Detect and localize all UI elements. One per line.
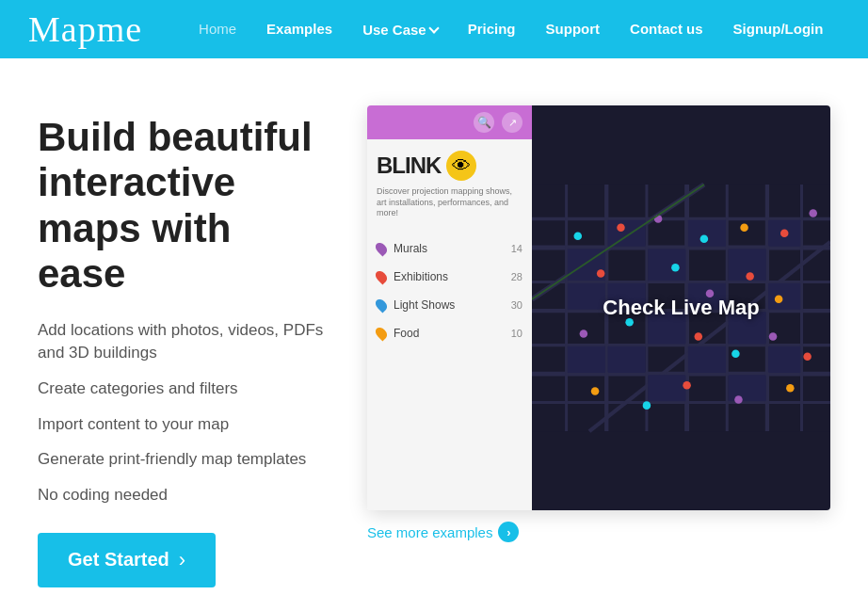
nav-links: Home Examples Use Case Pricing Support C… xyxy=(199,21,823,38)
get-started-button[interactable]: Get Started › xyxy=(38,533,216,587)
pin-icon-food xyxy=(374,326,390,342)
svg-rect-18 xyxy=(607,220,645,247)
check-live-map-overlay[interactable]: Check Live Map xyxy=(603,296,759,320)
nav-link-examples[interactable]: Examples xyxy=(266,21,332,37)
blink-logo-area: BLINK 👁 xyxy=(367,139,532,186)
nav-link-home[interactable]: Home xyxy=(199,21,236,37)
search-icon[interactable]: 🔍 xyxy=(474,112,494,133)
svg-point-42 xyxy=(597,269,605,278)
cat-count-murals: 14 xyxy=(511,243,522,254)
arrow-icon: › xyxy=(179,548,185,572)
nav-link-use-case[interactable]: Use Case xyxy=(362,22,438,38)
nav-item-home[interactable]: Home xyxy=(199,21,236,38)
site-logo[interactable]: Mapme xyxy=(28,8,142,50)
category-exhibitions: Exhibitions 28 xyxy=(367,263,532,291)
svg-point-41 xyxy=(809,209,817,217)
nav-item-contact[interactable]: Contact us xyxy=(630,21,703,38)
svg-rect-29 xyxy=(568,346,605,373)
svg-rect-34 xyxy=(768,346,800,373)
feature-5: No coding needed xyxy=(38,484,330,506)
svg-rect-28 xyxy=(768,283,800,310)
hero-left-panel: Build beautiful interactive maps with ea… xyxy=(38,105,330,587)
svg-point-47 xyxy=(580,330,588,338)
cat-count-food: 10 xyxy=(511,328,522,339)
chevron-down-icon xyxy=(428,23,439,33)
category-food: Food 10 xyxy=(367,319,532,347)
cat-label-exhibitions: Exhibitions xyxy=(394,270,504,283)
svg-point-40 xyxy=(780,229,789,237)
cat-count-exhibitions: 28 xyxy=(511,271,522,282)
category-light-shows: Light Shows 30 xyxy=(367,291,532,319)
cat-count-light-shows: 30 xyxy=(511,299,522,311)
feature-4: Generate print-friendly map templates xyxy=(38,448,330,471)
hero-headline: Build beautiful interactive maps with ea… xyxy=(38,115,330,297)
svg-rect-23 xyxy=(568,283,605,310)
nav-link-pricing[interactable]: Pricing xyxy=(468,21,516,37)
nav-item-support[interactable]: Support xyxy=(546,21,601,38)
svg-point-57 xyxy=(786,384,795,393)
svg-rect-33 xyxy=(728,375,765,401)
svg-rect-30 xyxy=(607,346,645,373)
circle-arrow-icon: › xyxy=(498,522,519,542)
blink-categories: Murals 14 Exhibitions 28 Light Shows 30 xyxy=(367,229,532,510)
cat-label-light-shows: Light Shows xyxy=(394,298,504,312)
cat-label-food: Food xyxy=(394,327,504,340)
svg-point-36 xyxy=(617,223,625,232)
svg-point-56 xyxy=(734,395,743,404)
nav-item-use-case[interactable]: Use Case xyxy=(362,22,438,38)
map-demo[interactable]: 🔍 ↗ BLINK 👁 Discover projection mapping … xyxy=(367,105,830,510)
hero-section: Build beautiful interactive maps with ea… xyxy=(0,58,868,611)
hero-right-panel: 🔍 ↗ BLINK 👁 Discover projection mapping … xyxy=(367,105,830,542)
pin-icon-exhibitions xyxy=(374,269,390,285)
svg-point-50 xyxy=(731,350,740,359)
svg-rect-19 xyxy=(648,249,685,281)
nav-item-signup[interactable]: Signup/Login xyxy=(733,21,824,38)
svg-point-45 xyxy=(746,272,754,281)
hero-features-list: Add locations with photos, videos, PDFs … xyxy=(38,319,330,506)
svg-point-51 xyxy=(769,332,778,341)
nav-item-examples[interactable]: Examples xyxy=(266,21,332,38)
navbar: Mapme Home Examples Use Case Pricing Sup… xyxy=(0,0,868,58)
svg-point-39 xyxy=(740,223,748,232)
svg-point-38 xyxy=(700,235,709,244)
blink-logo-text: BLINK xyxy=(377,153,441,179)
svg-point-52 xyxy=(803,353,812,362)
svg-point-43 xyxy=(671,264,680,272)
nav-item-pricing[interactable]: Pricing xyxy=(468,21,516,38)
map-background[interactable]: Check Live Map xyxy=(532,105,830,510)
svg-rect-32 xyxy=(688,346,726,373)
feature-3: Import content to your map xyxy=(38,413,330,436)
nav-link-contact[interactable]: Contact us xyxy=(630,21,703,37)
blink-logo-icon: 👁 xyxy=(446,151,476,181)
share-icon[interactable]: ↗ xyxy=(502,112,522,133)
svg-point-46 xyxy=(775,296,783,304)
nav-link-support[interactable]: Support xyxy=(546,21,601,37)
blink-panel: 🔍 ↗ BLINK 👁 Discover projection mapping … xyxy=(367,105,532,510)
see-more-examples-link[interactable]: See more examples › xyxy=(367,522,830,542)
pin-icon-light-shows xyxy=(374,297,390,314)
category-murals: Murals 14 xyxy=(367,234,532,263)
blink-panel-header: 🔍 ↗ xyxy=(367,105,532,139)
feature-1: Add locations with photos, videos, PDFs … xyxy=(38,319,330,364)
svg-point-35 xyxy=(574,233,583,241)
svg-point-49 xyxy=(695,332,703,341)
svg-point-53 xyxy=(591,387,600,395)
cat-label-murals: Murals xyxy=(394,242,504,255)
feature-2: Create categories and filters xyxy=(38,378,330,400)
svg-point-55 xyxy=(683,381,691,390)
svg-rect-31 xyxy=(648,375,685,401)
eye-icon: 👁 xyxy=(452,155,471,177)
blink-tagline: Discover projection mapping shows, art i… xyxy=(367,186,532,229)
svg-point-54 xyxy=(643,401,651,410)
nav-link-signup[interactable]: Signup/Login xyxy=(733,21,824,37)
pin-icon-murals xyxy=(374,241,390,257)
svg-rect-20 xyxy=(688,220,726,247)
